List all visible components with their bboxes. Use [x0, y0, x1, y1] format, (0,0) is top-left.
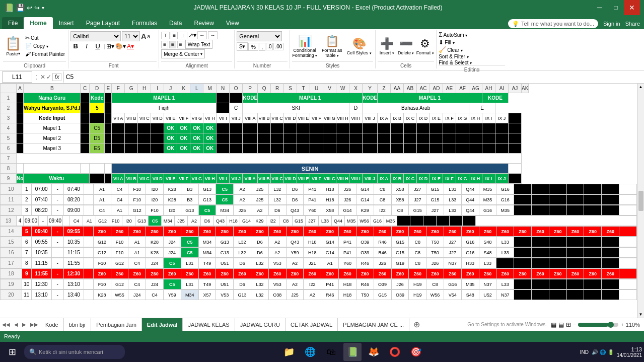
col-header-ad[interactable]: AD [430, 84, 443, 93]
col-header-a[interactable]: A [17, 84, 24, 93]
col-header-l[interactable]: L [190, 84, 203, 93]
insert-button[interactable]: ➕ Insert ▾ [378, 37, 396, 55]
zoom-slider[interactable] [578, 323, 618, 327]
accounting-button[interactable]: $▾ [237, 42, 248, 51]
col-header-d[interactable]: D [90, 84, 105, 93]
top-align-button[interactable]: ⊤ [161, 32, 170, 39]
share-btn[interactable]: Share [625, 21, 640, 27]
sign-in-btn[interactable]: Sign in [603, 21, 620, 27]
tab-view[interactable]: View [220, 17, 245, 29]
format-button[interactable]: ⚙ Format ▾ [416, 37, 434, 55]
add-sheet-button[interactable]: ⊕ [409, 318, 424, 331]
col-header-t[interactable]: T [297, 84, 310, 93]
border-button[interactable]: ⊞▾ [106, 43, 114, 50]
tab-insert[interactable]: Insert [53, 17, 80, 29]
percent-button[interactable]: % [248, 43, 258, 51]
cancel-formula-button[interactable]: ✕ [40, 74, 45, 81]
clear-button[interactable]: Clear ▾ [447, 47, 463, 53]
col-header-w[interactable]: W [336, 84, 349, 93]
sheet-nav-prev[interactable]: ◀ [12, 318, 20, 331]
tab-page-layout[interactable]: Page Layout [80, 17, 126, 29]
col-header-f[interactable]: F [112, 84, 125, 93]
taskbar-app7[interactable]: 🎯 [407, 343, 425, 361]
sheet-tab-pembagian-jam-ce[interactable]: PEMBAGIAN JAM CE ... [338, 318, 409, 331]
fill-color-button[interactable]: 🎨▾ [115, 43, 126, 50]
quick-access-redo[interactable]: ↪ [34, 4, 40, 12]
start-button[interactable]: ⊞ [2, 343, 22, 361]
taskbar-app6[interactable]: ⭕ [386, 343, 404, 361]
sheet-tab-edit-jadwal[interactable]: Edit Jadwal [142, 318, 183, 331]
view-page-break[interactable]: ⊞ [566, 321, 571, 328]
right-align-button[interactable]: ≡ [177, 41, 184, 48]
taskbar-store[interactable]: 🛍 [322, 343, 340, 361]
col-header-m[interactable]: M [203, 84, 217, 93]
col-header-o[interactable]: O [230, 84, 243, 93]
quick-access-undo[interactable]: ↩ [27, 4, 32, 12]
col-header-ag[interactable]: AG [469, 84, 482, 93]
tab-data[interactable]: Data [163, 17, 188, 29]
col-header-v[interactable]: V [323, 84, 336, 93]
close-icon[interactable]: ✕ [624, 0, 640, 15]
sort-filter-button[interactable]: Sort & Filter ▾ [439, 54, 469, 59]
col-header-g[interactable]: G [125, 84, 138, 93]
number-format-select[interactable]: General [237, 31, 282, 41]
view-layout[interactable]: ▤ [558, 321, 564, 328]
col-header-u[interactable]: U [310, 84, 323, 93]
col-header-ah[interactable]: AH [482, 84, 495, 93]
tell-me-box[interactable]: 💡Tell me what you want to do... [508, 19, 598, 28]
tab-formulas[interactable]: Formulas [126, 17, 163, 29]
autosum-button[interactable]: AutoSum ▾ [444, 32, 468, 38]
minimize-icon[interactable]: ─ [592, 0, 608, 15]
col-header-j[interactable]: J [164, 84, 177, 93]
search-bar[interactable]: 🔍 Ketik di sini untuk mencari [24, 345, 125, 359]
font-name-select[interactable]: Calibri [70, 31, 121, 41]
font-grow-button[interactable]: A [141, 32, 146, 40]
copy-button[interactable]: 📄Copy ▾ [24, 42, 66, 50]
sheet-tab-jadwal-guru[interactable]: JADWAL GURU [235, 318, 285, 331]
italic-button[interactable]: I [82, 42, 92, 50]
col-header-af[interactable]: AF [456, 84, 469, 93]
taskbar-excel[interactable]: 📗 [343, 343, 362, 361]
dec-decimal-button[interactable]: .00 [273, 43, 283, 50]
sheet-nav-right[interactable]: ▶▶ [28, 318, 40, 331]
col-header-e[interactable]: E [105, 84, 112, 93]
sheet-tab-kode[interactable]: Kode [40, 318, 64, 331]
formula-input[interactable] [63, 71, 642, 83]
col-header-aj[interactable]: AJ [509, 84, 522, 93]
comma-button[interactable]: , [259, 43, 265, 51]
tab-home[interactable]: Home [24, 17, 52, 29]
zoom-out[interactable]: − [573, 322, 576, 328]
delete-button[interactable]: ➖ Delete ▾ [397, 37, 415, 55]
quick-access-save[interactable]: 💾 [16, 4, 25, 12]
font-size-select[interactable]: 11 [122, 31, 140, 41]
cut-button[interactable]: ✂Cut [24, 34, 66, 42]
fill-edit-button[interactable]: Fill ▾ [445, 40, 455, 45]
col-header-ab[interactable]: AB [404, 84, 417, 93]
font-shrink-button[interactable]: a [147, 33, 150, 39]
cell-reference-box[interactable] [2, 71, 32, 83]
col-header-ae[interactable]: AE [443, 84, 456, 93]
paste-button[interactable]: 📋 Paste ▾ [3, 30, 23, 61]
taskbar-edge[interactable]: 🌐 [301, 343, 319, 361]
format-as-table-button[interactable]: 📋 Format asTable ▾ [319, 35, 344, 58]
col-header-aa[interactable]: AA [391, 84, 404, 93]
bold-button[interactable]: B [70, 42, 81, 50]
font-color-button[interactable]: A▾ [127, 43, 134, 50]
sheet-tab-jadwal-kelas[interactable]: JADWAL KELAS [183, 318, 235, 331]
col-header-k[interactable]: K [177, 84, 190, 93]
col-header-c[interactable]: C [81, 84, 90, 93]
cell-styles-button[interactable]: 🎨 Cell Styles ▾ [346, 37, 372, 55]
sheet-wrapper[interactable]: A B C D E F G H I J K L M N O P Q [0, 84, 637, 318]
bot-align-button[interactable]: ⊥ [179, 32, 187, 39]
left-align-button[interactable]: ≡ [161, 41, 168, 48]
col-header-ai[interactable]: AI [495, 84, 509, 93]
taskbar-app5[interactable]: 🦊 [365, 343, 383, 361]
orient-button[interactable]: ↗▾ [188, 32, 196, 39]
center-align-button[interactable]: ≡ [169, 41, 176, 48]
sheet-tab-pembagian-jam[interactable]: Pembagian Jam [91, 318, 142, 331]
sheet-nav-left[interactable]: ◀◀ [0, 318, 12, 331]
indent-dec-button[interactable]: ← [197, 31, 207, 39]
col-header-r[interactable]: R [271, 84, 284, 93]
sheet-tab-cetak-jadwal[interactable]: CETAK JADWAL [285, 318, 338, 331]
maximize-icon[interactable]: □ [608, 0, 624, 15]
